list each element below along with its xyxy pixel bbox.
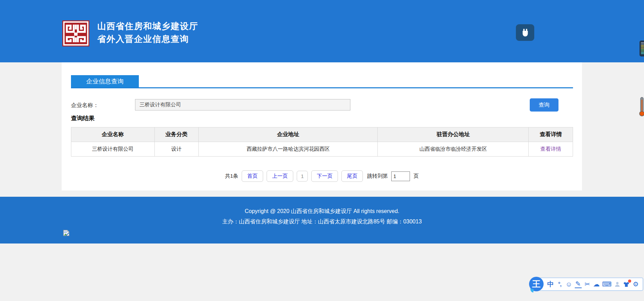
cell-business-category: 设计 <box>154 142 199 157</box>
stripe <box>641 53 644 54</box>
total-count: 共1条 <box>225 173 238 179</box>
col-header-office-address: 驻晋办公地址 <box>378 127 529 142</box>
stripe <box>641 49 644 50</box>
cell-company-address: 西藏拉萨市八一路哈达滨河花园西区 <box>199 142 378 157</box>
plug-icon <box>520 27 530 38</box>
shanxi-housing-logo-icon <box>62 20 89 46</box>
stripe <box>641 42 644 43</box>
query-button[interactable]: 查询 <box>530 98 558 112</box>
organizer-address-text: 主办：山西省住房和城乡建设厅 地址：山西省太原市建设北路85号 邮编：03001… <box>0 218 644 225</box>
company-name-label: 企业名称： <box>71 102 99 109</box>
jump-page-input[interactable] <box>391 171 410 181</box>
tab-label: 企业信息查询 <box>86 77 124 86</box>
results-table: 企业名称 业务分类 企业地址 驻晋办公地址 查看详情 三桥设计有限公司 设计 西… <box>71 127 573 157</box>
tab-enterprise-info-query[interactable]: 企业信息查询 <box>71 75 139 87</box>
current-page-indicator: 1 <box>297 171 308 182</box>
site-title-line2: 省外入晋企业信息查询 <box>97 33 198 45</box>
first-page-button[interactable]: 首页 <box>242 170 263 182</box>
thermometer-widget-icon[interactable] <box>639 97 644 117</box>
page-footer: Copyright @ 2020 山西省住房和城乡建设厅 All rights … <box>0 197 644 244</box>
ime-toolbar-box: 中 °, ☺ ✎ ✂ ☁ ⌨ ⚙ <box>539 277 643 291</box>
stripe <box>641 52 644 53</box>
prev-page-button[interactable]: 上一页 <box>267 170 293 182</box>
broken-image-icon <box>63 230 70 236</box>
settings-gear-icon[interactable]: ⚙ <box>632 281 639 287</box>
screenshot-scissors-icon[interactable]: ✂ <box>584 281 591 287</box>
ime-logo-glyph: 王 <box>532 278 540 290</box>
page-unit-label: 页 <box>413 173 419 179</box>
account-person-icon[interactable] <box>614 281 621 287</box>
company-name-input[interactable] <box>135 99 350 110</box>
punctuation-mode-icon[interactable]: °, <box>556 282 563 287</box>
ime-logo-bubble[interactable]: 王 <box>529 277 544 291</box>
page-header: 山西省住房和城乡建设厅 省外入晋企业信息查询 <box>0 0 644 62</box>
col-header-company-name: 企业名称 <box>71 127 155 142</box>
emoji-icon[interactable]: ☺ <box>565 281 572 287</box>
stripe <box>641 44 644 44</box>
ime-toolbar: 中 °, ☺ ✎ ✂ ☁ ⌨ ⚙ 王 <box>529 277 643 292</box>
view-details-link[interactable]: 查看详情 <box>540 146 561 152</box>
notification-dot <box>628 280 631 283</box>
cell-office-address: 山西省临汾市临汾经济开发区 <box>378 142 529 157</box>
tab-underline <box>71 87 573 88</box>
col-header-company-address: 企业地址 <box>199 127 378 142</box>
virtual-keyboard-icon[interactable]: ⌨ <box>602 281 611 287</box>
results-table-wrap: 企业名称 业务分类 企业地址 驻晋办公地址 查看详情 三桥设计有限公司 设计 西… <box>71 127 573 157</box>
main-panel: 企业信息查询 企业名称： 查询 查询结果 企业名称 业务分类 企业地址 驻晋办公… <box>62 62 582 191</box>
pagination: 共1条 首页 上一页 1 下一页 尾页 跳转到第 页 <box>62 170 582 182</box>
site-title: 山西省住房和城乡建设厅 省外入晋企业信息查询 <box>97 20 198 45</box>
stripe <box>641 46 644 47</box>
handwriting-pencil-icon[interactable]: ✎ <box>575 281 582 288</box>
browser-extension-handle[interactable] <box>639 41 644 56</box>
stripe <box>641 51 644 51</box>
last-page-button[interactable]: 尾页 <box>341 170 363 182</box>
stripe <box>641 45 644 46</box>
stripe <box>641 48 644 48</box>
skin-tshirt-icon[interactable] <box>623 281 630 287</box>
page: { "header": { "title_line1": "山西省住房和城乡建设… <box>0 0 644 301</box>
cloud-sync-icon[interactable]: ☁ <box>593 281 600 287</box>
cell-company-name: 三桥设计有限公司 <box>71 142 155 157</box>
copyright-text: Copyright @ 2020 山西省住房和城乡建设厅 All rights … <box>0 208 644 215</box>
plugin-button[interactable] <box>516 24 534 41</box>
chinese-mode-icon[interactable]: 中 <box>547 281 554 287</box>
site-title-line1: 山西省住房和城乡建设厅 <box>97 20 198 33</box>
results-heading: 查询结果 <box>71 114 95 122</box>
table-header-row: 企业名称 业务分类 企业地址 驻晋办公地址 查看详情 <box>71 127 573 142</box>
next-page-button[interactable]: 下一页 <box>311 170 338 182</box>
col-header-view-details: 查看详情 <box>529 127 573 142</box>
jump-to-page-label: 跳转到第 <box>367 173 388 179</box>
table-row: 三桥设计有限公司 设计 西藏拉萨市八一路哈达滨河花园西区 山西省临汾市临汾经济开… <box>71 142 573 157</box>
col-header-business-category: 业务分类 <box>154 127 199 142</box>
